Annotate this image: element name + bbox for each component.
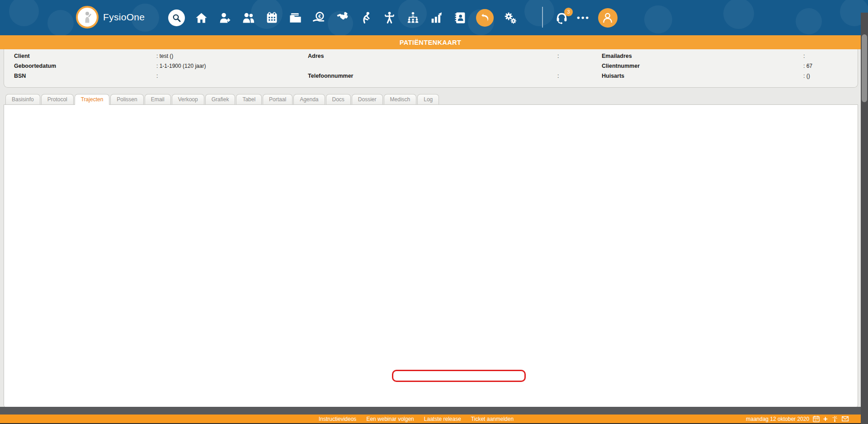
tab-docs[interactable]: Docs <box>326 94 351 104</box>
footer-calendar-icon[interactable]: 17 <box>813 415 820 422</box>
patient-field-value-telefoonnummer: : <box>557 73 559 79</box>
footer-add-icon[interactable]: + <box>823 415 828 422</box>
footer-bar: InstructievideosEen webinar volgenLaatst… <box>0 415 861 423</box>
tab-portaal[interactable]: Portaal <box>263 94 292 104</box>
footer-link-ticket-aanmelden[interactable]: Ticket aanmelden <box>471 416 514 422</box>
vertical-scrollbar[interactable] <box>861 13 868 424</box>
patient-info-panel: Client: test ()Geboortedatum: 1-1-1900 (… <box>4 49 858 88</box>
search-icon[interactable] <box>168 9 185 26</box>
patient-field-value-client: : test () <box>156 53 173 59</box>
contacts-icon[interactable] <box>453 10 467 25</box>
patients-icon[interactable] <box>241 10 255 25</box>
tab-agenda[interactable]: Agenda <box>293 94 325 104</box>
tab-log[interactable]: Log <box>417 94 439 104</box>
declarations-icon[interactable] <box>335 10 349 25</box>
patient-field-value-clientnummer: : 67 <box>803 63 812 69</box>
deco-circle <box>9 0 39 26</box>
footer-vacation-icon[interactable] <box>831 415 838 422</box>
files-icon[interactable] <box>288 10 302 25</box>
footer-mail-icon[interactable] <box>842 415 849 422</box>
nav-divider <box>542 7 543 28</box>
page-title: PATIËNTENKAART <box>400 39 461 46</box>
training-icon[interactable] <box>382 10 396 25</box>
patient-field-label-clientnummer: Clientnummer <box>602 63 640 69</box>
statistics-icon[interactable] <box>429 10 443 25</box>
tab-tabel[interactable]: Tabel <box>236 94 262 104</box>
exercise-icon[interactable] <box>359 10 373 25</box>
patient-field-value-huisarts: : () <box>803 73 810 79</box>
footer-link-een-webinar-volgen[interactable]: Een webinar volgen <box>366 416 414 422</box>
organization-icon[interactable] <box>406 10 420 25</box>
notification-badge: 3 <box>564 8 573 16</box>
deco-circle <box>796 8 822 34</box>
deco-circle <box>524 0 554 26</box>
tab-medisch[interactable]: Medisch <box>384 94 417 104</box>
patient-field-label-client: Client <box>14 53 30 59</box>
deco-circle <box>47 10 74 35</box>
patient-field-value-adres: : <box>557 53 559 59</box>
finance-icon[interactable]: € <box>311 10 326 25</box>
logo-figure-icon <box>76 6 99 28</box>
profile-avatar[interactable] <box>598 8 618 28</box>
tab-trajecten[interactable]: Trajecten <box>75 94 110 105</box>
patient-field-value-geboortedatum: : 1-1-1900 (120 jaar) <box>156 63 206 69</box>
patient-field-label-adres: Adres <box>308 53 324 59</box>
tab-basisinfo[interactable]: Basisinfo <box>5 94 40 104</box>
footer-links: InstructievideosEen webinar volgenLaatst… <box>319 415 514 423</box>
settings-icon[interactable] <box>503 10 517 25</box>
content-panel <box>4 104 858 408</box>
tab-email[interactable]: Email <box>145 94 171 104</box>
top-navbar: FysioOne € 3 ••• <box>0 0 868 35</box>
undo-icon[interactable] <box>476 9 494 27</box>
footer-link-instructievideos[interactable]: Instructievideos <box>319 416 356 422</box>
patient-field-label-huisarts: Huisarts <box>602 73 624 79</box>
patient-field-label-bsn: BSN <box>14 73 26 79</box>
patient-field-label-emailadres: Emailadres <box>602 53 632 59</box>
tab-protocol[interactable]: Protocol <box>41 94 74 104</box>
footer-spacer <box>0 407 861 415</box>
page-title-bar: PATIËNTENKAART <box>0 35 861 49</box>
brand-name: FysioOne <box>103 12 145 23</box>
app-logo: FysioOne <box>76 6 145 28</box>
more-options-icon[interactable]: ••• <box>577 13 590 23</box>
svg-text:€: € <box>318 13 321 19</box>
tab-dossier[interactable]: Dossier <box>352 94 383 104</box>
calendar-icon[interactable] <box>264 10 279 25</box>
add-patient-icon[interactable] <box>217 10 232 25</box>
scrollbar-thumb[interactable] <box>862 34 867 102</box>
footer-status: maandag 12 oktober 2020 17 + <box>746 415 849 423</box>
tab-polissen[interactable]: Polissen <box>110 94 143 104</box>
patient-field-label-geboortedatum: Geboortedatum <box>14 63 56 69</box>
app-window: FysioOne € 3 ••• PATIËNTENKAART Client: … <box>0 0 868 424</box>
patient-field-value-bsn: : <box>156 73 158 79</box>
support-headset-icon[interactable]: 3 <box>554 10 569 25</box>
tab-verkoop[interactable]: Verkoop <box>172 94 204 104</box>
tab-bar: BasisinfoProtocolTrajectenPolissenEmailV… <box>5 94 439 105</box>
patient-field-label-telefoonnummer: Telefoonnummer <box>308 73 353 79</box>
footer-link-laatste-release[interactable]: Laatste release <box>424 416 461 422</box>
deco-circle <box>644 5 672 33</box>
footer-date: maandag 12 oktober 2020 <box>746 416 809 422</box>
tab-grafiek[interactable]: Grafiek <box>205 94 236 104</box>
patient-field-value-emailadres: : <box>803 53 805 59</box>
home-icon[interactable] <box>194 10 208 25</box>
svg-text:17: 17 <box>815 418 818 421</box>
deco-circle <box>723 0 754 29</box>
